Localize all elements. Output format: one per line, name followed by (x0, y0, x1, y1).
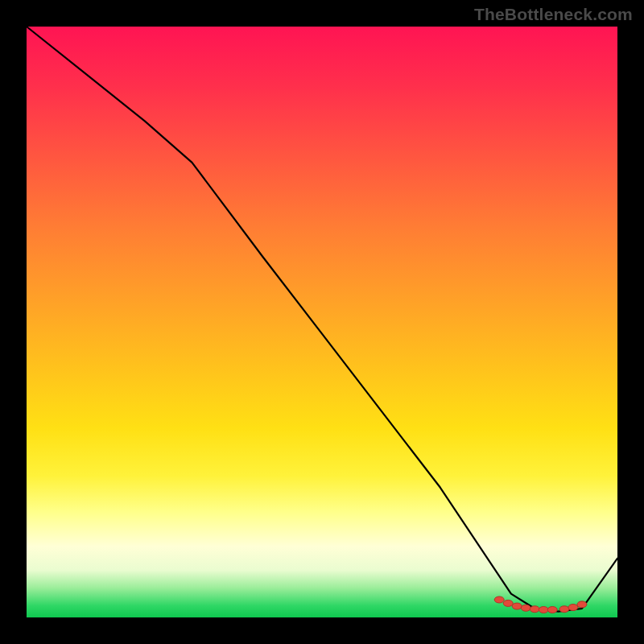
series-line (27, 27, 617, 612)
marker-dot (521, 605, 530, 611)
marker-dot (503, 600, 513, 606)
marker-dot (539, 606, 548, 613)
watermark-text: TheBottleneck.com (474, 5, 633, 24)
chart-frame: TheBottleneck.com (0, 0, 644, 644)
marker-dot (577, 601, 587, 608)
marker-dot (512, 603, 522, 609)
marker-dot (559, 606, 569, 613)
marker-cluster (494, 597, 587, 613)
marker-dot (530, 606, 539, 613)
marker-dot (547, 606, 557, 613)
chart-overlay (27, 27, 617, 617)
marker-dot (494, 597, 504, 603)
marker-dot (568, 605, 578, 611)
